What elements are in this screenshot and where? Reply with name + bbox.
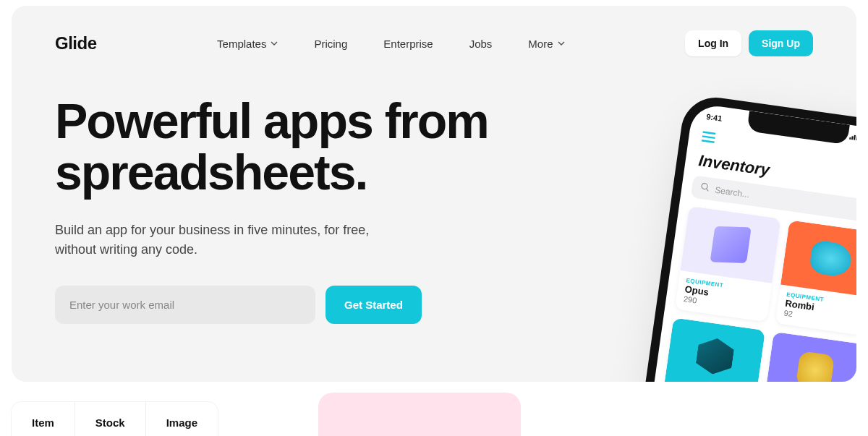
spreadsheet-preview: Item Stock Image [12,402,218,436]
nav-label: Pricing [314,38,347,50]
nav-enterprise[interactable]: Enterprise [383,38,433,50]
blob-icon [809,239,854,278]
nav-label: Templates [217,38,266,50]
svg-rect-3 [856,134,856,140]
chevron-down-icon [558,40,565,47]
login-button[interactable]: Log In [685,30,741,56]
svg-line-9 [702,136,715,138]
hero-subheadline: Build an app for your business in five m… [55,221,373,260]
table-header-image: Image [146,402,218,436]
card-image [680,206,780,283]
nav-more[interactable]: More [528,38,564,50]
phone-screen: 9:41 Edit Inv [634,103,856,382]
svg-rect-0 [849,137,851,140]
svg-line-8 [702,132,715,134]
top-nav: Glide Templates Pricing Enterprise Jobs … [55,27,813,59]
get-started-button[interactable]: Get Started [326,286,422,324]
nav-jobs[interactable]: Jobs [469,38,493,50]
signal-icon [849,132,856,142]
card-image [665,317,765,382]
svg-line-12 [706,189,708,191]
signup-button[interactable]: Sign Up [749,30,813,56]
email-input[interactable] [55,286,315,324]
app-card-grid: EQUIPMENT Opus 290 EQUIPMENT Rombi 92 [649,205,856,382]
nav-links: Templates Pricing Enterprise Jobs More [217,38,564,50]
phone-time: 9:41 [706,112,723,123]
brand-logo[interactable]: Glide [55,33,97,54]
nav-templates[interactable]: Templates [217,38,278,50]
cog-icon [796,351,835,382]
phone-status-icons [849,132,856,147]
hexagon-icon [694,336,735,377]
svg-line-10 [702,140,715,142]
app-card[interactable]: EQUIPMENT Opus 290 [675,206,781,322]
svg-rect-2 [854,135,856,140]
search-placeholder: Search... [715,184,751,200]
nav-label: Enterprise [383,38,433,50]
nav-label: More [528,38,553,50]
card-image [765,332,856,382]
svg-rect-1 [851,136,854,140]
search-icon [700,182,710,195]
hero-headline: Powerful apps from spreadsheets. [55,95,561,199]
hamburger-icon[interactable] [701,129,718,148]
app-card[interactable]: EQUIPMENT Hobrox 256 [659,317,765,382]
app-card[interactable]: EQUIPMENT Rombi 92 [775,220,856,335]
decorative-blob [318,393,521,436]
chevron-down-icon [271,40,278,47]
table-header-item: Item [12,402,75,436]
app-card[interactable]: EQUIPMENT Brixo [760,332,856,382]
nav-actions: Log In Sign Up [685,30,813,56]
phone-mockup: 9:41 Edit Inv [624,93,856,382]
cube-icon [710,226,752,263]
hero-section: Glide Templates Pricing Enterprise Jobs … [12,6,856,382]
table-header-stock: Stock [75,402,146,436]
nav-pricing[interactable]: Pricing [314,38,347,50]
nav-label: Jobs [469,38,493,50]
